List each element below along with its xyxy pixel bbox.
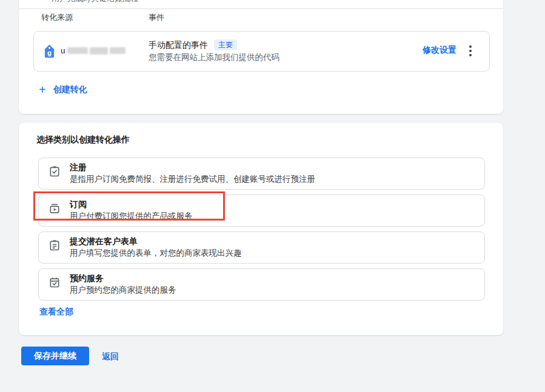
redacted-text <box>90 47 108 55</box>
conversion-row: g u 手动配置的事件 主要 您需要在网站上添加我们提供的代码 修改设置 <box>33 31 490 71</box>
primary-badge: 主要 <box>214 39 237 50</box>
section-heading: 选择类别以创建转化操作 <box>36 135 130 145</box>
event-subtitle: 您需要在网站上添加我们提供的代码 <box>149 51 279 64</box>
google-tag-icon: g <box>44 44 55 58</box>
option-desc: 用户填写您提供的表单，对您的商家表现出兴趣 <box>70 247 242 259</box>
create-conversion-label: 创建转化 <box>53 84 87 95</box>
conversion-sources-card: 用户完成对关键结账流程 转化来源 事件 g u 手动配置的事件 主要 您需要在 <box>19 0 503 114</box>
column-header-source: 转化来源 <box>41 12 73 23</box>
option-desc: 用户付费订阅您提供的产品或服务 <box>70 210 193 222</box>
option-desc: 用户预约您的商家提供的服务 <box>70 284 176 296</box>
plus-icon: + <box>39 84 46 96</box>
clipboard-check-icon <box>48 165 61 178</box>
option-signup[interactable]: 注册 是指用户订阅免费简报、注册进行免费试用、创建账号或进行预注册 <box>38 158 485 190</box>
category-card: 选择类别以创建转化操作 注册 是指用户订阅免费简报、注册进行免费试用、创建账号或… <box>19 123 503 335</box>
view-all-link[interactable]: 查看全部 <box>39 307 73 317</box>
event-cell: 手动配置的事件 主要 您需要在网站上添加我们提供的代码 <box>149 39 279 64</box>
edit-settings-link[interactable]: 修改设置 <box>423 45 456 56</box>
create-conversion-link[interactable]: + 创建转化 <box>39 84 87 96</box>
option-title: 预约服务 <box>70 272 176 284</box>
option-desc: 是指用户订阅免费简报、注册进行免费试用、创建账号或进行预注册 <box>70 173 315 185</box>
option-title: 订阅 <box>70 198 193 210</box>
clipped-top-text: 用户完成对关键结账流程 <box>52 0 138 4</box>
column-header-event: 事件 <box>149 12 164 23</box>
clipboard-lines-icon <box>48 239 61 251</box>
subscriptions-icon <box>48 202 61 214</box>
back-link[interactable]: 返回 <box>102 351 119 362</box>
option-title: 提交潜在客户表单 <box>70 235 242 247</box>
save-and-continue-button[interactable]: 保存并继续 <box>21 347 89 365</box>
svg-text:g: g <box>47 49 52 56</box>
source-prefix: u <box>61 46 65 55</box>
category-options: 注册 是指用户订阅免费简报、注册进行免费试用、创建账号或进行预注册 订阅 用户付… <box>38 158 485 305</box>
option-title: 注册 <box>70 161 315 173</box>
more-options-icon[interactable] <box>465 45 476 57</box>
page: 用户完成对关键结账流程 转化来源 事件 g u 手动配置的事件 主要 您需要在 <box>0 0 545 392</box>
option-lead-form[interactable]: 提交潜在客户表单 用户填写您提供的表单，对您的商家表现出兴趣 <box>38 231 485 264</box>
option-book-appointment[interactable]: 预约服务 用户预约您的商家提供的服务 <box>38 268 485 301</box>
source-name: u <box>61 46 125 55</box>
event-title: 手动配置的事件 <box>149 39 208 51</box>
divider <box>19 8 503 9</box>
option-subscribe[interactable]: 订阅 用户付费订阅您提供的产品或服务 <box>38 194 485 227</box>
redacted-text <box>67 47 88 54</box>
redacted-text <box>110 47 125 54</box>
calendar-check-icon <box>48 276 61 288</box>
